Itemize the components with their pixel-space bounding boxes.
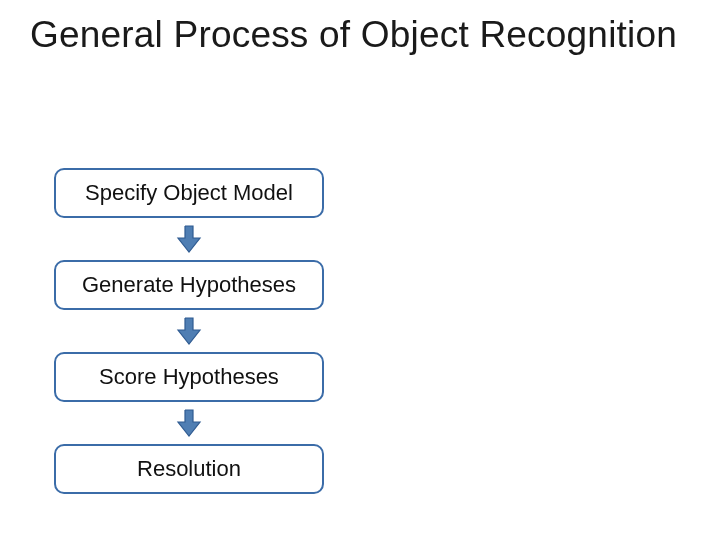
- step-score-hypotheses: Score Hypotheses: [54, 352, 324, 402]
- down-arrow-icon: [174, 316, 204, 346]
- page-title: General Process of Object Recognition: [30, 14, 690, 56]
- arrow-connector: [54, 310, 324, 352]
- slide: General Process of Object Recognition Sp…: [0, 0, 720, 540]
- arrow-connector: [54, 402, 324, 444]
- down-arrow-icon: [174, 408, 204, 438]
- svg-marker-2: [178, 410, 200, 436]
- svg-marker-0: [178, 226, 200, 252]
- step-label: Score Hypotheses: [99, 364, 279, 390]
- down-arrow-icon: [174, 224, 204, 254]
- step-label: Resolution: [137, 456, 241, 482]
- step-generate-hypotheses: Generate Hypotheses: [54, 260, 324, 310]
- step-specify-model: Specify Object Model: [54, 168, 324, 218]
- svg-marker-1: [178, 318, 200, 344]
- process-flow: Specify Object Model Generate Hypotheses…: [54, 168, 324, 494]
- step-label: Generate Hypotheses: [82, 272, 296, 298]
- arrow-connector: [54, 218, 324, 260]
- step-label: Specify Object Model: [85, 180, 293, 206]
- step-resolution: Resolution: [54, 444, 324, 494]
